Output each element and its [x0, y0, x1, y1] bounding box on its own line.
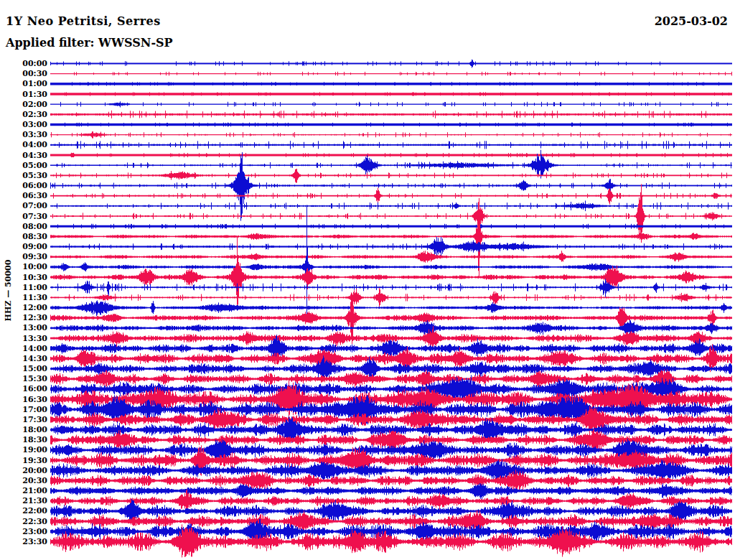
time-label: 11:00 — [0, 284, 47, 291]
time-label: 05:00 — [0, 162, 47, 169]
time-label: 07:30 — [0, 213, 47, 220]
time-label: 14:00 — [0, 345, 47, 353]
time-label: 22:00 — [0, 507, 47, 515]
time-label: 23:30 — [0, 538, 47, 546]
time-label: 15:30 — [0, 375, 47, 383]
time-label: 00:30 — [0, 70, 47, 78]
time-label: 20:00 — [0, 467, 47, 475]
time-label: 02:30 — [0, 111, 47, 118]
time-label: 23:00 — [0, 528, 47, 536]
time-label: 15:00 — [0, 365, 47, 373]
time-label: 06:30 — [0, 192, 47, 200]
time-label: 12:00 — [0, 304, 47, 312]
time-label: 10:00 — [0, 263, 47, 271]
time-label: 03:00 — [0, 121, 47, 129]
time-label: 04:30 — [0, 151, 47, 159]
time-label: 11:30 — [0, 294, 47, 302]
seismogram-trace-canvas — [50, 0, 735, 560]
time-label: 22:30 — [0, 518, 47, 526]
time-label: 18:00 — [0, 426, 47, 434]
time-label: 16:00 — [0, 385, 47, 393]
time-label: 04:00 — [0, 141, 47, 149]
time-label: 09:30 — [0, 253, 47, 261]
time-label: 13:00 — [0, 324, 47, 332]
time-label: 16:30 — [0, 396, 47, 403]
time-label: 07:00 — [0, 202, 47, 210]
time-label: 17:00 — [0, 406, 47, 414]
time-label: 13:30 — [0, 335, 47, 342]
time-label-column: 00:0000:3001:0001:3002:0002:3003:0003:30… — [0, 0, 47, 560]
time-label: 21:30 — [0, 497, 47, 505]
time-label: 00:00 — [0, 60, 47, 67]
time-label: 01:00 — [0, 80, 47, 88]
time-label: 12:30 — [0, 314, 47, 322]
time-label: 18:30 — [0, 436, 47, 444]
time-label: 19:00 — [0, 446, 47, 454]
time-label: 01:30 — [0, 90, 47, 98]
time-label: 08:00 — [0, 223, 47, 230]
time-label: 19:30 — [0, 457, 47, 465]
time-label: 05:30 — [0, 172, 47, 179]
time-label: 03:30 — [0, 131, 47, 139]
time-label: 08:30 — [0, 233, 47, 241]
time-label: 09:00 — [0, 243, 47, 251]
time-label: 02:00 — [0, 101, 47, 108]
time-label: 20:30 — [0, 477, 47, 485]
time-label: 10:30 — [0, 274, 47, 281]
time-label: 14:30 — [0, 355, 47, 363]
time-label: 21:00 — [0, 487, 47, 495]
helicorder-page: 1Y Neo Petritsi, Serres 2025-03-02 Appli… — [0, 0, 735, 560]
time-label: 17:30 — [0, 416, 47, 424]
time-label: 06:00 — [0, 182, 47, 190]
